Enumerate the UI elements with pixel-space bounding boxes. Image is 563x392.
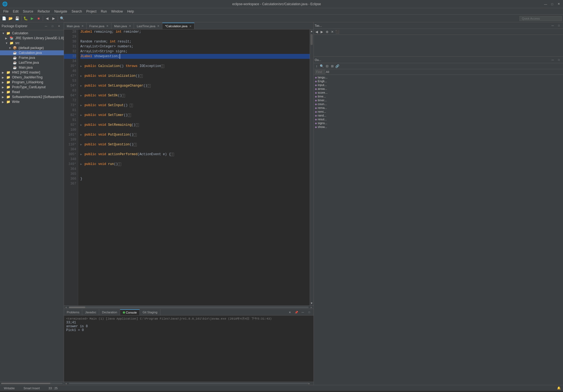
outline-item-rema[interactable]: ◆ rema... [314, 106, 563, 110]
tab-main-java-1-close[interactable]: ✕ [81, 24, 84, 27]
tab-calculation-java[interactable]: *Calculation.java ✕ [162, 23, 194, 29]
overview-ruler[interactable]: ▲ ▼ [310, 29, 314, 305]
tree-item-main-java[interactable]: ☕ Main.java [0, 65, 64, 70]
console-hscroll-right[interactable]: ▶ [309, 382, 312, 385]
tree-item-lasttime-java[interactable]: ☕ LastTime.java [0, 60, 64, 65]
tab-calculation-java-close[interactable]: ✕ [189, 25, 191, 28]
tree-item-prototype[interactable]: ▶ 📁 ProtoType_CardLayout [0, 85, 64, 90]
scroll-up-button[interactable]: ▲ [310, 29, 313, 33]
bottom-tab-javadoc[interactable]: Javadoc [82, 309, 99, 315]
tasks-tb-btn-2[interactable]: ▶ [319, 29, 324, 34]
open-button[interactable]: 📂 [8, 16, 14, 22]
outline-item-input[interactable]: ◆ input... [314, 83, 563, 87]
tasks-tb-btn-5[interactable]: ⬛ [335, 29, 340, 34]
tab-lasttime-java[interactable]: LastTime.java ✕ [134, 23, 162, 29]
tasks-maximize-button[interactable]: □ [556, 23, 562, 29]
console-pin-button[interactable]: 📌 [293, 309, 299, 315]
prev-edit-button[interactable]: ◀ [44, 16, 50, 22]
menu-run[interactable]: Run [99, 9, 109, 14]
menu-help[interactable]: Help [125, 9, 136, 14]
tree-item-calculation[interactable]: ▼ 📁 Calculation [0, 31, 64, 36]
outline-tb-expand[interactable]: ⊞ [330, 64, 335, 69]
outline-item-time[interactable]: ◆ time... [314, 94, 563, 98]
tab-lasttime-java-close[interactable]: ✕ [157, 24, 159, 27]
outline-tb-collapse[interactable]: ⊟ [325, 64, 330, 69]
console-clear-button[interactable]: ✕ [287, 309, 293, 315]
tree-item-software[interactable]: ▶ 📁 SoftwareHomework2 [SoftwareHomework2… [0, 94, 64, 99]
console-content[interactable]: <terminated> Main (1) [Java Application]… [64, 316, 314, 382]
tree-item-jre[interactable]: ▶ 📚 JRE System Library [JavaSE-1.8] [0, 36, 64, 41]
find-all-button[interactable]: All [326, 70, 329, 74]
close-button[interactable]: ✕ [556, 2, 561, 6]
tab-main-java-2[interactable]: Main.java ✕ [111, 23, 134, 29]
stop-button[interactable]: ■ [36, 16, 42, 22]
outline-item-resul[interactable]: ◆ resul... [314, 117, 563, 121]
tab-frame-java[interactable]: Frame.java ✕ [87, 23, 111, 29]
tree-item-calculation-java[interactable]: ☕ Calculation.java [0, 50, 64, 55]
run-button[interactable]: ▶ [29, 16, 35, 22]
outline-minimize-button[interactable]: — [550, 57, 556, 63]
tree-item-write[interactable]: ▶ 📁 Write [0, 99, 64, 104]
outline-item-rand[interactable]: ◆ rand... [314, 114, 563, 117]
menu-refactor[interactable]: Refactor [35, 9, 52, 14]
outline-item-remi[interactable]: ◆ remi... [314, 110, 563, 114]
tasks-tb-btn-4[interactable]: ✕ [330, 29, 335, 34]
outline-tb-filter[interactable]: 🔍 [319, 64, 324, 69]
outline-item-score[interactable]: ◆ score... [314, 91, 563, 94]
menu-edit[interactable]: Edit [11, 9, 21, 14]
outline-item-langu[interactable]: ◆ langu... [314, 75, 563, 79]
save-button[interactable]: 💾 [14, 16, 20, 22]
next-edit-button[interactable]: ▶ [51, 16, 57, 22]
tab-main-java-2-close[interactable]: ✕ [129, 24, 131, 27]
menu-file[interactable]: File [1, 9, 11, 14]
outline-item-show[interactable]: ◆ show... [314, 125, 563, 129]
outline-item-timer[interactable]: ◆ timer... [314, 98, 563, 102]
h-scroll-left-button[interactable]: ◀ [64, 306, 68, 309]
new-button[interactable]: 📄 [1, 16, 7, 22]
pe-maximize-button[interactable]: □ [50, 23, 56, 29]
outline-tb-sync[interactable]: 🔗 [335, 64, 340, 69]
bottom-tab-declaration[interactable]: Declaration [99, 309, 120, 315]
find-input[interactable] [315, 70, 325, 74]
bottom-tab-console[interactable]: Console [120, 309, 140, 315]
maximize-button[interactable]: □ [550, 2, 554, 6]
code-content[interactable]: JLabel remaining; int reminder; Random r… [78, 29, 310, 305]
outline-item-coun[interactable]: ◆ coun... [314, 102, 563, 106]
outline-item-signs[interactable]: ◆ signs... [314, 121, 563, 125]
tree-item-others[interactable]: ▶ 📁 Others_JiaoWenTing [0, 75, 64, 80]
outline-tb-sort[interactable]: ↕ [314, 64, 319, 69]
tree-item-src[interactable]: ▼ 📁 src [0, 41, 64, 45]
debug-button[interactable]: 🐛 [23, 16, 29, 22]
console-minimize-button[interactable]: — [300, 309, 306, 315]
tab-main-java-1[interactable]: Main.java ✕ [64, 23, 87, 29]
search-button[interactable]: 🔍 [59, 16, 65, 22]
outline-item-engli[interactable]: ◆ Engli... [314, 79, 563, 83]
scroll-down-button[interactable]: ▼ [310, 301, 313, 305]
tree-item-program[interactable]: ▶ 📁 Program_LiXiaoHong [0, 80, 64, 85]
tree-item-hw2[interactable]: ▶ 📁 HW2 [HW2 master] [0, 70, 64, 75]
tree-item-frame-java[interactable]: ☕ Frame.java [0, 55, 64, 60]
menu-search[interactable]: Search [69, 9, 84, 14]
tab-frame-java-close[interactable]: ✕ [106, 24, 108, 27]
tree-item-read[interactable]: ▶ 📁 Read [0, 90, 64, 94]
tasks-tb-btn-1[interactable]: ◀ [314, 29, 319, 34]
bottom-tab-problems[interactable]: Problems [64, 309, 82, 315]
pe-close-button[interactable]: ✕ [56, 23, 62, 29]
scroll-thumb[interactable] [311, 34, 313, 45]
tree-item-default-pkg[interactable]: ▼ 📦 (default package) [0, 45, 64, 50]
outline-item-answ[interactable]: ◆ answ... [314, 87, 563, 91]
quick-access-input[interactable] [519, 16, 562, 21]
menu-navigate[interactable]: Navigate [52, 9, 69, 14]
bottom-tab-git[interactable]: Git Staging [140, 309, 160, 315]
h-scroll-thumb[interactable] [69, 307, 85, 308]
minimize-button[interactable]: — [543, 2, 548, 6]
outline-maximize-button[interactable]: □ [556, 57, 562, 63]
console-maximize-button[interactable]: □ [306, 309, 312, 315]
tasks-minimize-button[interactable]: — [550, 23, 556, 29]
console-hscroll-left[interactable]: ◀ [65, 382, 69, 385]
menu-source[interactable]: Source [21, 9, 35, 14]
menu-window[interactable]: Window [109, 9, 125, 14]
tasks-tb-btn-3[interactable]: ⊕ [325, 29, 330, 34]
pe-minimize-button[interactable]: — [43, 23, 49, 29]
menu-project[interactable]: Project [84, 9, 99, 14]
